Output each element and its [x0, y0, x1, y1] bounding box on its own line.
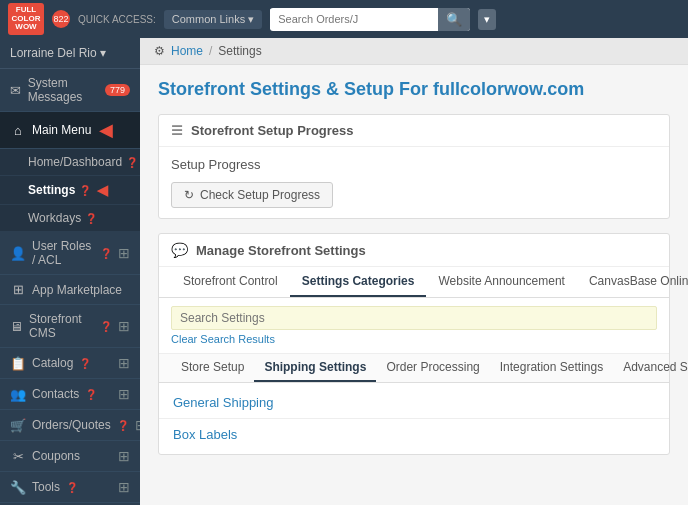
add-icon-coupons: ⊞ [118, 448, 130, 464]
system-messages-badge: 779 [105, 84, 130, 96]
notifications-badge[interactable]: 822 [52, 10, 70, 28]
help-icon-cms: ❓ [100, 321, 112, 332]
add-icon-catalog: ⊞ [118, 355, 130, 371]
main-menu-arrow: ◀ [99, 119, 113, 141]
setup-progress-header: ☰ Storefront Setup Progress [159, 115, 669, 147]
cart-icon: 🛒 [10, 418, 26, 433]
content-area: ⚙ Home / Settings Storefront Settings & … [140, 38, 688, 505]
sidebar-item-tools[interactable]: 🔧 Tools ❓ ⊞ [0, 472, 140, 503]
breadcrumb-settings: Settings [218, 44, 261, 58]
sub-tab-order-processing[interactable]: Order Processing [376, 354, 489, 382]
sidebar-item-coupons[interactable]: ✂ Coupons ⊞ [0, 441, 140, 472]
monitor-icon: 🖥 [10, 319, 23, 334]
help-icon-tools: ❓ [66, 482, 78, 493]
settings-item-box-labels[interactable]: Box Labels [159, 419, 669, 450]
main-tabs-row: Storefront Control Settings Categories W… [159, 267, 669, 298]
setup-progress-label: Setup Progress [171, 157, 657, 172]
settings-search-area: Clear Search Results [159, 298, 669, 354]
help-icon-user-roles: ❓ [100, 248, 112, 259]
sidebar-user[interactable]: Lorraine Del Rio ▾ [0, 38, 140, 69]
user-icon: 👤 [10, 246, 26, 261]
app-icon: ⊞ [10, 282, 26, 297]
sidebar: Lorraine Del Rio ▾ ✉ System Messages 779… [0, 38, 140, 505]
help-icon-catalog: ❓ [79, 358, 91, 369]
page-title: Storefront Settings & Setup For fullcolo… [158, 79, 670, 100]
search-bar: 🔍 [270, 8, 470, 31]
tab-storefront-control[interactable]: Storefront Control [171, 267, 290, 297]
tab-canvasbase-designer[interactable]: CanvasBase Online Designer [577, 267, 688, 297]
settings-list: General Shipping Box Labels [159, 383, 669, 454]
sidebar-item-storefront-cms[interactable]: 🖥 Storefront CMS ❓ ⊞ [0, 305, 140, 348]
quick-access-label: QUICK ACCESS: [78, 14, 156, 25]
breadcrumb-separator: / [209, 44, 212, 58]
sidebar-item-main-menu[interactable]: ⌂ Main Menu ◀ [0, 112, 140, 149]
sidebar-item-contacts[interactable]: 👥 Contacts ❓ ⊞ [0, 379, 140, 410]
coupon-icon: ✂ [10, 449, 26, 464]
home-icon: ⌂ [10, 123, 26, 138]
sub-tab-advanced-settings[interactable]: Advanced Settings [613, 354, 688, 382]
tools-icon: 🔧 [10, 480, 26, 495]
main-layout: Lorraine Del Rio ▾ ✉ System Messages 779… [0, 38, 688, 505]
tab-website-announcement[interactable]: Website Announcement [426, 267, 577, 297]
settings-breadcrumb-icon: ⚙ [154, 44, 165, 58]
search-icon[interactable]: 🔍 [438, 8, 470, 31]
common-links-button[interactable]: Common Links ▾ [164, 10, 262, 29]
search-input[interactable] [270, 9, 438, 29]
setup-progress-body: Setup Progress ↻ Check Setup Progress [159, 147, 669, 218]
setup-progress-card: ☰ Storefront Setup Progress Setup Progre… [158, 114, 670, 219]
add-icon-contacts: ⊞ [118, 386, 130, 402]
check-setup-btn[interactable]: ↻ Check Setup Progress [171, 182, 333, 208]
sub-tab-shipping-settings[interactable]: Shipping Settings [254, 354, 376, 382]
add-icon-cms: ⊞ [118, 318, 130, 334]
settings-item-general-shipping[interactable]: General Shipping [159, 387, 669, 419]
sub-tab-store-setup[interactable]: Store Setup [171, 354, 254, 382]
catalog-icon: 📋 [10, 356, 26, 371]
help-icon-settings: ❓ [79, 185, 91, 196]
setup-progress-icon: ☰ [171, 123, 183, 138]
manage-storefront-card: 💬 Manage Storefront Settings Storefront … [158, 233, 670, 455]
sidebar-item-system-messages[interactable]: ✉ System Messages 779 [0, 69, 140, 112]
sidebar-subitems: Home/Dashboard ❓ Settings ❓ ◀ Workdays ❓ [0, 149, 140, 232]
manage-storefront-icon: 💬 [171, 242, 188, 258]
add-icon-user-roles: ⊞ [118, 245, 130, 261]
sidebar-item-catalog[interactable]: 📋 Catalog ❓ ⊞ [0, 348, 140, 379]
sidebar-subitem-workdays[interactable]: Workdays ❓ [0, 205, 140, 232]
sidebar-subitem-home-dashboard[interactable]: Home/Dashboard ❓ [0, 149, 140, 176]
help-icon-workdays: ❓ [85, 213, 97, 224]
clear-search-link[interactable]: Clear Search Results [171, 333, 657, 345]
sidebar-item-orders[interactable]: 🛒 Orders/Quotes ❓ ⊞ [0, 410, 140, 441]
help-icon-orders: ❓ [117, 420, 129, 431]
content-body: Storefront Settings & Setup For fullcolo… [140, 65, 688, 505]
sidebar-item-app-marketplace[interactable]: ⊞ App Marketplace [0, 275, 140, 305]
sidebar-item-user-roles[interactable]: 👤 User Roles / ACL ❓ ⊞ [0, 232, 140, 275]
settings-arrow: ◀ [97, 182, 108, 198]
page-title-domain: fullcolorwow.com [433, 79, 584, 99]
sub-tab-integration-settings[interactable]: Integration Settings [490, 354, 613, 382]
help-icon-dashboard: ❓ [126, 157, 138, 168]
breadcrumb-home[interactable]: Home [171, 44, 203, 58]
sidebar-subitem-settings[interactable]: Settings ❓ ◀ [0, 176, 140, 205]
envelope-icon: ✉ [10, 83, 22, 98]
sub-tabs-row: Store Setup Shipping Settings Order Proc… [159, 354, 669, 383]
add-icon-tools: ⊞ [118, 479, 130, 495]
refresh-icon: ↻ [184, 188, 194, 202]
search-dropdown-button[interactable]: ▾ [478, 9, 496, 30]
contacts-icon: 👥 [10, 387, 26, 402]
app-logo: FULL COLOR WOW [8, 3, 44, 35]
top-bar: FULL COLOR WOW 822 QUICK ACCESS: Common … [0, 0, 688, 38]
breadcrumb: ⚙ Home / Settings [140, 38, 688, 65]
help-icon-contacts: ❓ [85, 389, 97, 400]
settings-search-input[interactable] [171, 306, 657, 330]
manage-storefront-header: 💬 Manage Storefront Settings [159, 234, 669, 267]
tab-settings-categories[interactable]: Settings Categories [290, 267, 427, 297]
